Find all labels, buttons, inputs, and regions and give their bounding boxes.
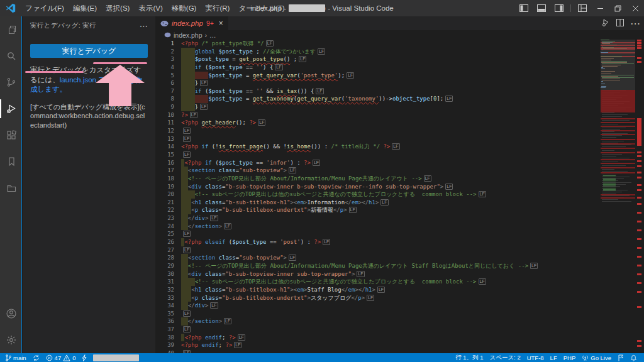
line-number[interactable]: 27 xyxy=(155,246,174,255)
tab-index-php[interactable]: index.php 9+ × xyxy=(155,16,228,30)
code-line[interactable]: 30<div class="b-sub-topview-inner sub-to… xyxy=(155,270,644,278)
code-line[interactable]: 34</div>LF xyxy=(155,302,644,310)
encoding-indicator[interactable]: UTF-8 xyxy=(524,353,547,362)
code-line[interactable]: 27LF xyxy=(155,246,644,255)
close-window-icon[interactable] xyxy=(626,0,644,16)
code-line[interactable]: 39<?php endif; ?>LF xyxy=(155,341,644,349)
explorer-activity-item[interactable] xyxy=(0,16,22,43)
line-number[interactable]: 5 xyxy=(155,72,174,80)
toggle-secondary-sidebar-icon[interactable] xyxy=(550,0,568,16)
line-number[interactable]: 19 xyxy=(155,183,174,191)
bookmarks-activity-item[interactable] xyxy=(0,148,22,175)
code-line[interactable]: 19<div class="b-sub-topview-inner b-sub-… xyxy=(155,183,644,191)
code-line[interactable]: 9}LF xyxy=(155,103,644,111)
flag-button[interactable] xyxy=(614,353,627,362)
line-number[interactable]: 18 xyxy=(155,175,174,183)
breadcrumb-file[interactable]: index.php xyxy=(174,31,203,39)
split-editor-icon[interactable] xyxy=(616,18,624,29)
code-line[interactable]: 10?>LF xyxy=(155,111,644,119)
restore-icon[interactable] xyxy=(609,0,626,16)
run-or-debug-icon[interactable] xyxy=(602,18,610,29)
code-line[interactable]: 35LF xyxy=(155,310,644,318)
line-number[interactable]: 23 xyxy=(155,214,174,222)
line-number[interactable]: 36 xyxy=(155,317,174,326)
code-line[interactable]: 33<p class="b-sub-titlebox-undertxt">スタッ… xyxy=(155,294,644,302)
code-line[interactable]: 17<section class="sub-topview">LF xyxy=(155,167,644,175)
menu-実行[interactable]: 実行(R) xyxy=(201,2,234,14)
line-number[interactable]: 30 xyxy=(155,270,174,278)
sidebar-more-actions-icon[interactable]: ⋯ xyxy=(140,21,148,31)
line-number[interactable]: 29 xyxy=(155,262,174,270)
cursor-position[interactable]: 行 1、列 1 xyxy=(452,353,486,362)
line-number[interactable]: 33 xyxy=(155,294,174,302)
breadcrumb[interactable]: index.php › … xyxy=(155,30,644,40)
code-line[interactable]: 6}LF xyxy=(155,79,644,87)
overview-ruler[interactable] xyxy=(635,40,644,353)
code-line[interactable]: 2global $post_type ; //全体でつかいますLF xyxy=(155,48,644,56)
line-number[interactable]: 21 xyxy=(155,199,174,207)
line-number[interactable]: 31 xyxy=(155,278,174,286)
sync-button[interactable] xyxy=(30,353,43,362)
code-line[interactable]: 26<?php elseif ($post_type == 'post') : … xyxy=(155,238,644,246)
code-line[interactable]: 18<!-- ページのTOP見出し部分 About/Information/Me… xyxy=(155,175,644,183)
indentation-indicator[interactable]: スペース: 2 xyxy=(486,353,523,362)
code-line[interactable]: 24</section>LF xyxy=(155,222,644,231)
line-number[interactable]: 4 xyxy=(155,63,174,72)
line-number[interactable]: 25 xyxy=(155,230,174,238)
line-number[interactable]: 32 xyxy=(155,286,174,294)
code-line[interactable]: 8$post_type = get_taxonomy(get_query_var… xyxy=(155,95,644,103)
code-line[interactable]: 16<?php if ($post_type == 'infor') : ?>L… xyxy=(155,159,644,167)
line-number[interactable]: 14 xyxy=(155,143,174,151)
eol-indicator[interactable]: LF xyxy=(547,353,560,362)
toggle-panel-icon[interactable] xyxy=(533,0,550,16)
code-line[interactable]: 37LF xyxy=(155,326,644,334)
run-and-debug-activity-item[interactable] xyxy=(0,96,22,122)
code-line[interactable]: 23</div>LF xyxy=(155,214,644,222)
search-activity-item[interactable] xyxy=(0,43,22,69)
menu-ターミナル[interactable]: ターミナル(T) xyxy=(234,2,289,14)
line-number[interactable]: 28 xyxy=(155,254,174,262)
code-line[interactable]: 5$post_type = get_query_var('post_type')… xyxy=(155,72,644,80)
line-number[interactable]: 1 xyxy=(155,40,174,48)
project-folder-activity-item[interactable] xyxy=(0,175,22,201)
line-number[interactable]: 34 xyxy=(155,302,174,310)
menu-ファイル[interactable]: ファイル(F) xyxy=(21,2,69,14)
notifications-button[interactable] xyxy=(627,353,640,362)
line-number[interactable]: 8 xyxy=(155,95,174,103)
run-and-debug-button[interactable]: 実行とデバッグ xyxy=(30,44,148,58)
line-number[interactable]: 37 xyxy=(155,326,174,334)
code-line[interactable]: 7if ($post_type == '' && is_tax()) {LF xyxy=(155,87,644,96)
line-number[interactable]: 38 xyxy=(155,334,174,342)
code-line[interactable]: 38<?php endif; ?>LF xyxy=(155,334,644,342)
line-number[interactable]: 24 xyxy=(155,222,174,231)
line-number[interactable]: 7 xyxy=(155,87,174,96)
menu-表示[interactable]: 表示(V) xyxy=(134,2,167,14)
code-line[interactable]: 20<!-- subページのTOP見出しは他のsubページと共通なので独立したブ… xyxy=(155,190,644,199)
account-activity-item[interactable] xyxy=(0,300,22,327)
line-number[interactable]: 3 xyxy=(155,55,174,63)
minimap-slider[interactable] xyxy=(601,40,635,90)
menu-編集[interactable]: 編集(E) xyxy=(69,2,101,14)
show-all-configs-text[interactable]: [すべての自動デバッグ構成を表示](command:workbench.acti… xyxy=(30,102,148,131)
line-number[interactable]: 6 xyxy=(155,79,174,87)
code-line[interactable]: 13LF xyxy=(155,135,644,143)
code-line[interactable]: 25LF xyxy=(155,230,644,238)
line-number[interactable]: 16 xyxy=(155,159,174,167)
minimap[interactable] xyxy=(601,40,635,353)
code-line[interactable]: 31<!-- subページのTOP見出しは他のsubページと共通なので独立したブ… xyxy=(155,278,644,286)
tab-close-icon[interactable]: × xyxy=(219,19,223,28)
line-number[interactable]: 35 xyxy=(155,310,174,318)
customize-layout-icon[interactable] xyxy=(574,0,591,16)
line-number[interactable]: 9 xyxy=(155,103,174,111)
code-line[interactable]: 3$post_type = get_post_type() ;LF xyxy=(155,55,644,63)
branch-indicator[interactable]: main xyxy=(3,353,30,362)
code-line[interactable]: 32<h1 class="b-sub-titlebox-h1"><em>Staf… xyxy=(155,286,644,294)
line-number[interactable]: 26 xyxy=(155,238,174,246)
line-number[interactable]: 2 xyxy=(155,48,174,56)
line-number[interactable]: 10 xyxy=(155,111,174,119)
code-line[interactable]: 1<?php /* post_type取得 */LF xyxy=(155,40,644,48)
code-line[interactable]: 21<h1 class="b-sub-titlebox-h1"><em>Info… xyxy=(155,199,644,207)
lightning-button[interactable] xyxy=(79,353,90,362)
toggle-sidebar-icon[interactable] xyxy=(515,0,533,16)
code-line[interactable]: 14<?php if (!is_front_page() && !is_home… xyxy=(155,143,644,151)
